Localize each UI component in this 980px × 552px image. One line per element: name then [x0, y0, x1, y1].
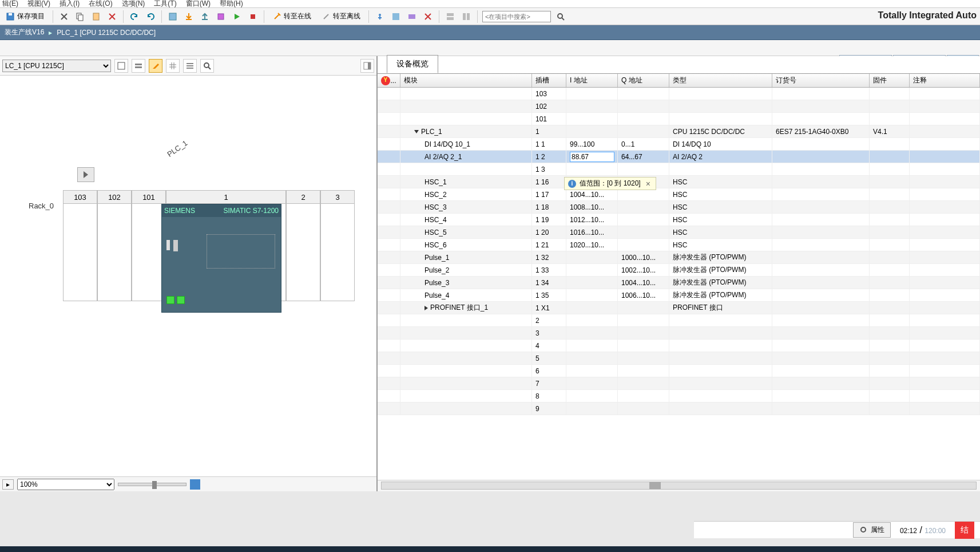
menu-insert[interactable]: 插入(I) [59, 0, 80, 9]
delete-button[interactable] [106, 10, 118, 23]
zoom-selector[interactable]: 100% [17, 479, 114, 490]
scroll-right-button[interactable]: ▸ [2, 479, 14, 490]
properties-button[interactable]: 属性 [853, 522, 891, 538]
crossref-button[interactable] [390, 10, 402, 23]
simulate-button[interactable] [215, 10, 227, 23]
grid-button[interactable] [166, 59, 180, 73]
col-qaddr[interactable]: Q 地址 [618, 74, 669, 87]
breadcrumb-device[interactable]: PLC_1 [CPU 1215C DC/DC/DC] [57, 29, 156, 37]
menu-edit[interactable]: 辑(E) [2, 0, 18, 9]
overview-button[interactable] [190, 479, 200, 490]
col-note[interactable]: 注释 [910, 74, 980, 87]
menu-online[interactable]: 在线(O) [89, 0, 112, 9]
table-row[interactable]: PROFINET 接口_11 X1PROFINET 接口 [378, 302, 980, 314]
table-row[interactable]: 103 [378, 88, 980, 100]
table-row[interactable]: 6 [378, 365, 980, 377]
table-row[interactable]: HSC_31 181008...10...HSC [378, 201, 980, 214]
table-row[interactable]: HSC_11 161000...10...HSC [378, 176, 980, 188]
menu-options[interactable]: 选项(N) [122, 0, 145, 9]
table-row[interactable]: 101 [378, 113, 980, 125]
menu-window[interactable]: 窗口(W) [186, 0, 211, 9]
tooltip-close-button[interactable]: × [644, 180, 652, 188]
i-address-input[interactable] [570, 152, 614, 162]
slot-3[interactable] [320, 204, 355, 301]
table-row[interactable]: Pulse_31 341004...10...脉冲发生器 (PTO/PWM) [378, 277, 980, 289]
col-status[interactable]: ... [378, 74, 400, 87]
device-canvas[interactable]: PLC_1 Rack_0 103 102 101 1 2 3 [0, 76, 376, 476]
breadcrumb-project[interactable]: 装生产线V16 [5, 27, 44, 37]
col-order[interactable]: 订货号 [772, 74, 870, 87]
table-row[interactable]: 9 [378, 403, 980, 415]
show-labels-button[interactable] [132, 59, 145, 73]
col-iaddr[interactable]: I 地址 [566, 74, 618, 87]
grid-body[interactable]: 103102101PLC_11CPU 1215C DC/DC/DC6ES7 21… [378, 88, 980, 477]
split-h-button[interactable] [444, 10, 457, 23]
ethernet-port-1[interactable] [166, 296, 174, 304]
menu-tools[interactable]: 工具(T) [154, 0, 176, 9]
save-project-button[interactable]: 保存项目 [2, 10, 48, 23]
table-row[interactable]: AI 2/AQ 2_11 264...67AI 2/AQ 2 [378, 151, 980, 163]
expand-rack-button[interactable] [77, 167, 94, 182]
upload-button[interactable] [199, 10, 211, 23]
accessible-button[interactable] [374, 10, 386, 23]
split-v-button[interactable] [460, 10, 473, 23]
menu-view[interactable]: 视图(V) [27, 0, 50, 9]
table-row[interactable]: 5 [378, 352, 980, 365]
devices-button[interactable] [406, 10, 418, 23]
table-row[interactable]: PLC_11CPU 1215C DC/DC/DC6ES7 215-1AG40-0… [378, 125, 980, 138]
col-slot[interactable]: 插槽 [532, 74, 566, 87]
device-selector[interactable]: LC_1 [CPU 1215C] [2, 60, 111, 72]
col-firmware[interactable]: 固件 [870, 74, 910, 87]
cut-button[interactable] [58, 10, 70, 23]
slot-101[interactable] [132, 204, 166, 301]
compile-button[interactable] [166, 10, 179, 23]
search-button[interactable] [554, 10, 567, 23]
table-row[interactable]: Pulse_11 321000...10...脉冲发生器 (PTO/PWM) [378, 251, 980, 264]
device-overview-tab[interactable]: 设备概览 [387, 55, 438, 73]
table-row[interactable]: 8 [378, 390, 980, 403]
ethernet-port-2[interactable] [177, 296, 185, 304]
zoom-button[interactable] [200, 59, 214, 73]
table-row[interactable]: HSC_41 191012...10...HSC [378, 214, 980, 226]
undo-button[interactable] [128, 10, 141, 23]
download-button[interactable] [182, 10, 195, 23]
table-row[interactable]: 2 [378, 314, 980, 327]
table-row[interactable]: Pulse_21 331002...10...脉冲发生器 (PTO/PWM) [378, 264, 980, 277]
menu-help[interactable]: 帮助(H) [220, 0, 243, 9]
horizontal-scrollbar[interactable] [381, 482, 977, 490]
table-row[interactable]: 7 [378, 377, 980, 390]
expand-arrow-icon[interactable] [414, 130, 419, 133]
collapse-right-button[interactable] [360, 59, 374, 73]
table-row[interactable]: Pulse_41 351006...10...脉冲发生器 (PTO/PWM) [378, 289, 980, 302]
zoom-slider[interactable] [118, 483, 187, 486]
slot-2[interactable] [286, 204, 320, 301]
col-module[interactable]: 模块 [400, 74, 532, 87]
edit-mode-button[interactable] [149, 59, 162, 73]
end-button[interactable]: 结 [955, 522, 974, 539]
cell-iaddr[interactable] [566, 151, 618, 163]
table-row[interactable]: 3 [378, 327, 980, 340]
go-offline-button[interactable]: 转至离线 [318, 10, 364, 23]
redo-button[interactable] [144, 10, 157, 23]
plc-device[interactable]: SIEMENS SIMATIC S7-1200 [161, 204, 281, 313]
table-row[interactable]: HSC_51 201016...10...HSC [378, 226, 980, 239]
go-online-button[interactable]: 转至在线 [269, 10, 315, 23]
copy-button[interactable] [74, 10, 86, 23]
start-button[interactable] [231, 10, 243, 23]
project-search-input[interactable] [482, 11, 551, 22]
table-row[interactable]: HSC_61 211020...10...HSC [378, 239, 980, 251]
table-row[interactable]: 4 [378, 340, 980, 352]
zoom-fit-button[interactable] [114, 59, 128, 73]
table-row[interactable]: 1 3 [378, 163, 980, 176]
table-row[interactable]: 102 [378, 100, 980, 113]
slot-103[interactable] [63, 204, 97, 301]
paste-button[interactable] [90, 10, 102, 23]
table-row[interactable]: HSC_21 171004...10...HSC [378, 188, 980, 201]
close-button[interactable] [422, 10, 434, 23]
list-button[interactable] [183, 59, 197, 73]
col-type[interactable]: 类型 [669, 74, 772, 87]
slot-102[interactable] [97, 204, 132, 301]
stop-button[interactable] [247, 10, 259, 23]
expand-arrow-icon[interactable] [424, 306, 428, 310]
table-row[interactable]: DI 14/DQ 10_11 199...1000...1DI 14/DQ 10 [378, 138, 980, 151]
